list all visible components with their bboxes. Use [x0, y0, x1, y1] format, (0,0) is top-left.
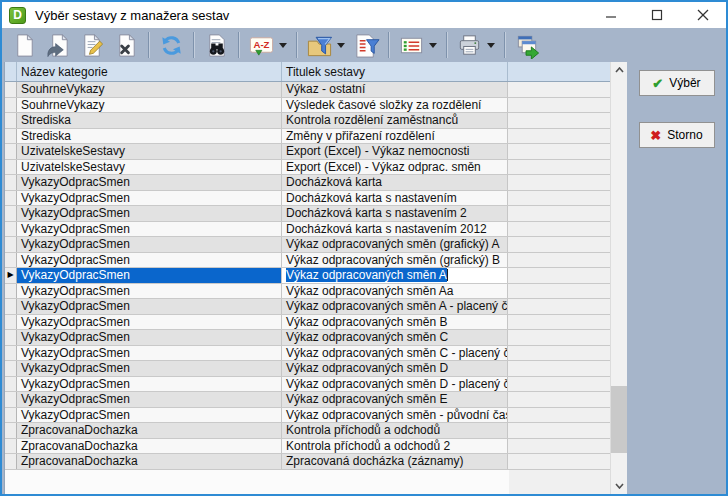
- title-cell[interactable]: Docházková karta s nastavením: [282, 191, 508, 206]
- table-row[interactable]: VykazyOdpracSmenVýkaz odpracovaných směn…: [5, 361, 610, 377]
- minimize-button[interactable]: [588, 2, 634, 28]
- category-cell[interactable]: VykazyOdpracSmen: [17, 237, 282, 252]
- new-report-button[interactable]: [10, 31, 38, 59]
- category-cell[interactable]: SouhrneVykazy: [17, 98, 282, 113]
- category-cell[interactable]: VykazyOdpracSmen: [17, 361, 282, 376]
- category-cell[interactable]: Strediska: [17, 129, 282, 144]
- sort-button[interactable]: A-Z: [247, 31, 275, 59]
- title-cell[interactable]: Kontrola příchodů a odchodů 2: [282, 439, 508, 454]
- title-cell[interactable]: Výkaz odpracovaných směn A: [282, 268, 508, 283]
- table-row[interactable]: VykazyOdpracSmenVýkaz odpracovaných směn…: [5, 330, 610, 346]
- table-row[interactable]: VykazyOdpracSmenVýkaz odpracovaných směn…: [5, 346, 610, 362]
- filter-settings-button[interactable]: [352, 31, 380, 59]
- table-row[interactable]: VykazyOdpracSmenVýkaz odpracovaných směn…: [5, 408, 610, 424]
- title-cell[interactable]: Výkaz odpracovaných směn D: [282, 361, 508, 376]
- title-cell[interactable]: Kontrola rozdělení zaměstnanců: [282, 113, 508, 128]
- category-cell[interactable]: VykazyOdpracSmen: [17, 315, 282, 330]
- table-row[interactable]: VykazyOdpracSmenVýkaz odpracovaných směn…: [5, 315, 610, 331]
- category-cell[interactable]: SouhrneVykazy: [17, 82, 282, 97]
- category-cell[interactable]: VykazyOdpracSmen: [17, 392, 282, 407]
- title-cell[interactable]: Výkaz odpracovaných směn (grafický) B: [282, 253, 508, 268]
- column-header-title[interactable]: Titulek sestavy: [282, 62, 508, 81]
- edit-report-button[interactable]: [78, 31, 106, 59]
- title-cell[interactable]: Export (Excel) - Výkaz odprac. směn: [282, 160, 508, 175]
- table-row[interactable]: VykazyOdpracSmenVýkaz odpracovaných směn…: [5, 392, 610, 408]
- delete-report-button[interactable]: [112, 31, 140, 59]
- category-cell[interactable]: VykazyOdpracSmen: [17, 222, 282, 237]
- filter-button[interactable]: [305, 31, 333, 59]
- category-cell[interactable]: VykazyOdpracSmen: [17, 284, 282, 299]
- table-row[interactable]: StrediskaKontrola rozdělení zaměstnanců: [5, 113, 610, 129]
- title-cell[interactable]: Výkaz odpracovaných směn (grafický) A: [282, 237, 508, 252]
- column-header-category[interactable]: Název kategorie: [17, 62, 282, 81]
- title-cell[interactable]: Zpracovaná docházka (záznamy): [282, 454, 508, 469]
- category-cell[interactable]: ZpracovanaDochazka: [17, 423, 282, 438]
- table-row[interactable]: SouhrneVykazyVýsledek časové složky za r…: [5, 98, 610, 114]
- title-cell[interactable]: Výkaz odpracovaných směn A - placený čas: [282, 299, 508, 314]
- category-cell[interactable]: VykazyOdpracSmen: [17, 268, 282, 283]
- table-row[interactable]: VykazyOdpracSmenVýkaz odpracovaných směn…: [5, 237, 610, 253]
- category-cell[interactable]: VykazyOdpracSmen: [17, 253, 282, 268]
- select-button[interactable]: ✔ Výběr: [639, 70, 715, 96]
- sort-dropdown-caret[interactable]: [279, 43, 287, 52]
- inline-editor-selected-text[interactable]: Výkaz odpracovaných směn A: [286, 268, 447, 282]
- title-cell[interactable]: Výkaz odpracovaných směn C - placený čas: [282, 346, 508, 361]
- title-cell[interactable]: Kontrola příchodů a odchodů: [282, 423, 508, 438]
- close-button[interactable]: [680, 2, 726, 28]
- table-row[interactable]: VykazyOdpracSmenVýkaz odpracovaných směn…: [5, 299, 610, 315]
- category-cell[interactable]: VykazyOdpracSmen: [17, 191, 282, 206]
- table-row[interactable]: VykazyOdpracSmenDocházková karta s nasta…: [5, 222, 610, 238]
- title-cell[interactable]: Výkaz odpracovaných směn E: [282, 392, 508, 407]
- table-row[interactable]: StrediskaZměny v přiřazení rozdělení: [5, 129, 610, 145]
- title-cell[interactable]: Docházková karta s nastavením 2012: [282, 222, 508, 237]
- vertical-scrollbar[interactable]: [610, 62, 627, 494]
- table-row[interactable]: UzivatelskeSestavyExport (Excel) - Výkaz…: [5, 144, 610, 160]
- scroll-up-button[interactable]: [611, 62, 627, 78]
- category-cell[interactable]: VykazyOdpracSmen: [17, 330, 282, 345]
- title-cell[interactable]: Docházková karta: [282, 175, 508, 190]
- title-cell[interactable]: Výkaz odpracovaných směn C: [282, 330, 508, 345]
- title-cell[interactable]: Výkaz - ostatní: [282, 82, 508, 97]
- scrollbar-track[interactable]: [611, 78, 627, 478]
- category-cell[interactable]: VykazyOdpracSmen: [17, 346, 282, 361]
- table-row[interactable]: SouhrneVykazyVýkaz - ostatní: [5, 82, 610, 98]
- category-cell[interactable]: ZpracovanaDochazka: [17, 454, 282, 469]
- category-cell[interactable]: VykazyOdpracSmen: [17, 299, 282, 314]
- table-row[interactable]: VykazyOdpracSmenDocházková karta: [5, 175, 610, 191]
- cancel-button[interactable]: ✖ Storno: [639, 122, 715, 148]
- table-row[interactable]: ZpracovanaDochazkaZpracovaná docházka (z…: [5, 454, 610, 470]
- table-row[interactable]: VykazyOdpracSmenDocházková karta s nasta…: [5, 206, 610, 222]
- title-cell[interactable]: Výkaz odpracovaných směn - původní časy: [282, 408, 508, 423]
- scrollbar-thumb[interactable]: [611, 386, 627, 453]
- copy-report-button[interactable]: [44, 31, 72, 59]
- table-row[interactable]: VykazyOdpracSmenDocházková karta s nasta…: [5, 191, 610, 207]
- title-cell[interactable]: Výkaz odpracovaných směn B: [282, 315, 508, 330]
- category-cell[interactable]: UzivatelskeSestavy: [17, 160, 282, 175]
- table-row[interactable]: VykazyOdpracSmenVýkaz odpracovaných směn…: [5, 377, 610, 393]
- title-cell[interactable]: Docházková karta s nastavením 2: [282, 206, 508, 221]
- table-row[interactable]: VykazyOdpracSmenVýkaz odpracovaných směn…: [5, 253, 610, 269]
- title-cell[interactable]: Export (Excel) - Výkaz nemocnosti: [282, 144, 508, 159]
- table-row[interactable]: UzivatelskeSestavyExport (Excel) - Výkaz…: [5, 160, 610, 176]
- table-row[interactable]: ZpracovanaDochazkaKontrola příchodů a od…: [5, 439, 610, 455]
- print-dropdown-caret[interactable]: [487, 43, 495, 52]
- category-cell[interactable]: UzivatelskeSestavy: [17, 144, 282, 159]
- print-button[interactable]: [455, 31, 483, 59]
- columns-dropdown-caret[interactable]: [429, 43, 437, 52]
- category-cell[interactable]: VykazyOdpracSmen: [17, 175, 282, 190]
- table-row[interactable]: ZpracovanaDochazkaKontrola příchodů a od…: [5, 423, 610, 439]
- table-row[interactable]: ▶VykazyOdpracSmenVýkaz odpracovaných smě…: [5, 268, 610, 284]
- title-cell[interactable]: Výsledek časové složky za rozdělení: [282, 98, 508, 113]
- columns-button[interactable]: [397, 31, 425, 59]
- category-cell[interactable]: VykazyOdpracSmen: [17, 377, 282, 392]
- refresh-button[interactable]: [157, 31, 185, 59]
- category-cell[interactable]: VykazyOdpracSmen: [17, 206, 282, 221]
- find-button[interactable]: [202, 31, 230, 59]
- category-cell[interactable]: Strediska: [17, 113, 282, 128]
- scroll-down-button[interactable]: [611, 478, 627, 494]
- open-report-manager-button[interactable]: [513, 31, 541, 59]
- table-row[interactable]: VykazyOdpracSmenVýkaz odpracovaných směn…: [5, 284, 610, 300]
- category-cell[interactable]: ZpracovanaDochazka: [17, 439, 282, 454]
- title-cell[interactable]: Výkaz odpracovaných směn Aa: [282, 284, 508, 299]
- category-cell[interactable]: VykazyOdpracSmen: [17, 408, 282, 423]
